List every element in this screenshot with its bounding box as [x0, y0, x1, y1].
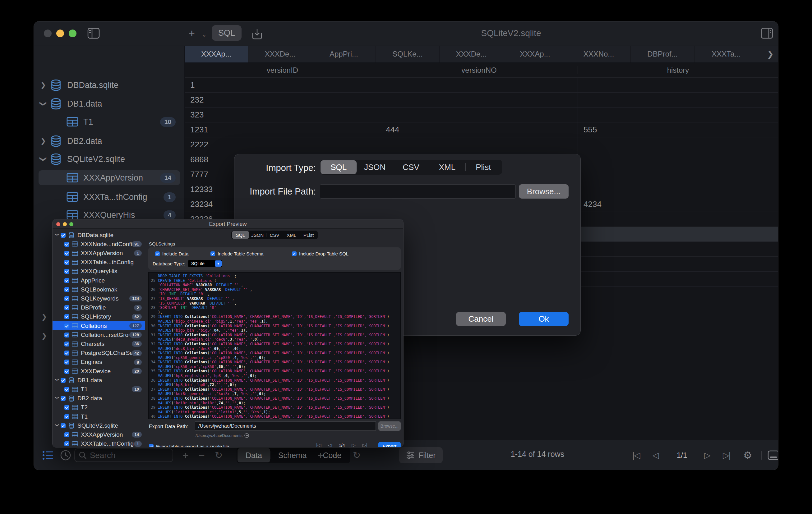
- table-cell[interactable]: 232: [185, 93, 380, 107]
- view-segment-data[interactable]: Data: [237, 448, 270, 462]
- chevron-down-icon[interactable]: ❯: [55, 424, 59, 428]
- sidebar-item-db1-data[interactable]: ❯DB1.data: [38, 96, 180, 111]
- table-cell[interactable]: [380, 93, 578, 107]
- table-cell[interactable]: [578, 152, 778, 167]
- table-cell[interactable]: [380, 108, 578, 122]
- export-tree-item-xxxdevice[interactable]: XXXDevice20: [53, 367, 145, 376]
- chevron-right-icon[interactable]: ❯: [38, 137, 48, 145]
- checkbox-checked[interactable]: [61, 423, 66, 428]
- sidebar-toggle-icon[interactable]: [87, 28, 100, 39]
- first-page-button[interactable]: |◁: [316, 442, 321, 448]
- export-tree-item-appprice[interactable]: AppPrice: [53, 276, 145, 285]
- export-format-tab-sql[interactable]: SQL: [232, 231, 249, 239]
- checkbox-checked[interactable]: [64, 351, 69, 356]
- export-browse-button[interactable]: Browse...: [378, 421, 401, 431]
- sidebar-item-xxxta-thconfig[interactable]: XXXTa...thConfig1: [38, 189, 180, 205]
- import-browse-button[interactable]: Browse...: [519, 184, 569, 199]
- chevron-down-icon[interactable]: ❯: [55, 378, 59, 383]
- export-data-path-input[interactable]: /Users/jwzhao/Documents: [195, 421, 376, 431]
- export-tree-item-sqlhistory[interactable]: SQLHistory62: [53, 312, 145, 321]
- column-header-history[interactable]: history: [578, 63, 778, 78]
- checkbox-checked[interactable]: [64, 387, 69, 392]
- sidebar-item-db2-data[interactable]: ❯DB2.data: [38, 133, 180, 149]
- checkbox-checked[interactable]: [64, 341, 69, 346]
- import-file-path-input[interactable]: [320, 184, 516, 199]
- import-type-plist[interactable]: Plist: [465, 160, 501, 174]
- sql-editor-button[interactable]: SQL: [212, 25, 241, 41]
- export-tree-item-sqlbookmak[interactable]: SQLBookmak: [53, 285, 145, 294]
- chevron-down-icon[interactable]: ❯: [55, 396, 59, 400]
- chevron-right-icon[interactable]: ❯: [38, 81, 48, 89]
- next-page-button[interactable]: ▷: [352, 442, 355, 448]
- close-button[interactable]: [44, 30, 52, 37]
- table-tab-7[interactable]: DBProf...: [631, 46, 695, 62]
- table-tab-6[interactable]: XXXNo...: [567, 46, 631, 62]
- option-include-table-schema[interactable]: Include Table Schema: [210, 251, 263, 256]
- column-header-versionNO[interactable]: versionNO: [380, 63, 578, 78]
- checkbox-checked[interactable]: [64, 305, 69, 310]
- table-cell[interactable]: [578, 227, 778, 241]
- export-button[interactable]: Export: [378, 442, 401, 448]
- checkbox-checked[interactable]: [64, 260, 69, 265]
- export-tree-item-xxxqueryhis[interactable]: XXXQueryHis: [53, 267, 145, 276]
- last-page-button[interactable]: ▷|: [723, 448, 730, 463]
- table-tab-0[interactable]: XXXAp...: [185, 46, 249, 62]
- export-tree-item-xxxappversion[interactable]: XXXAppVersion14: [53, 430, 145, 439]
- sidebar-item-sqlitev2-sqlite[interactable]: ❯SQLiteV2.sqlite: [38, 152, 180, 167]
- table-cell[interactable]: [578, 212, 778, 226]
- table-row[interactable]: 323: [185, 108, 778, 122]
- export-tree-item-db1-data[interactable]: ❯DB1.data: [53, 376, 145, 385]
- table-cell[interactable]: [578, 108, 778, 122]
- import-type-csv[interactable]: CSV: [393, 160, 429, 174]
- sidebar-item-t1[interactable]: T110: [38, 114, 180, 129]
- table-row[interactable]: 1231444555: [185, 122, 778, 138]
- import-icon[interactable]: [252, 28, 263, 40]
- export-format-tab-csv[interactable]: CSV: [266, 231, 283, 239]
- export-tree-item-db2-data[interactable]: ❯DB2.data: [53, 394, 145, 403]
- prev-page-button[interactable]: ◁: [652, 448, 659, 463]
- prev-page-button[interactable]: ◁: [328, 442, 332, 448]
- table-cell[interactable]: 2222: [185, 138, 380, 152]
- export-tree-item-collations[interactable]: Collations127: [53, 321, 145, 330]
- export-tree-item-collation-rsetgroup[interactable]: Collation...rsetGroup128: [53, 330, 145, 339]
- sidebar-item-xxxappversion[interactable]: XXXAppVersion14: [38, 170, 180, 185]
- export-tree-item-charsets[interactable]: Charsets36: [53, 339, 145, 349]
- checkbox-checked[interactable]: [64, 287, 69, 292]
- add-column-button[interactable]: +: [317, 448, 324, 463]
- checkbox-checked[interactable]: [64, 314, 69, 319]
- export-format-tab-xml[interactable]: XML: [283, 231, 300, 239]
- chevron-down-icon[interactable]: ❯: [39, 99, 47, 109]
- table-cell[interactable]: 555: [578, 122, 778, 137]
- table-tab-5[interactable]: XXXAp...: [503, 46, 567, 62]
- table-cell[interactable]: [578, 93, 778, 107]
- export-tree-item-dbdata-sqlite[interactable]: ❯DBData.sqlite: [53, 231, 145, 240]
- table-cell[interactable]: [578, 272, 778, 286]
- sidebar-item-dbdata-sqlite[interactable]: ❯DBData.sqlite: [38, 78, 180, 93]
- cancel-button[interactable]: Cancel: [456, 312, 506, 326]
- bottom-panel-toggle-icon[interactable]: [767, 448, 778, 463]
- chevron-right-icon[interactable]: ❯: [41, 332, 47, 340]
- table-cell[interactable]: 444: [380, 122, 578, 137]
- add-tab-button[interactable]: +: [189, 27, 195, 39]
- checkbox-checked[interactable]: [64, 414, 69, 419]
- option-include-data[interactable]: Include Data: [155, 251, 188, 256]
- settings-gear-icon[interactable]: ⚙: [743, 448, 752, 463]
- export-tree-item-xxxtable-thconfig[interactable]: XXXTable...thConfig1: [53, 440, 145, 447]
- refresh-button[interactable]: ↻: [215, 448, 223, 463]
- checkbox-checked[interactable]: [61, 378, 66, 383]
- table-cell[interactable]: 1231: [185, 122, 380, 137]
- export-format-tab-plist[interactable]: PList: [300, 231, 317, 239]
- export-tree-item-xxxappversion[interactable]: XXXAppVersion1: [53, 249, 145, 258]
- tabs-overflow-chevron-icon[interactable]: ❯: [762, 46, 778, 62]
- import-type-sql[interactable]: SQL: [320, 160, 356, 174]
- first-page-button[interactable]: |◁: [632, 448, 640, 463]
- checkbox-checked[interactable]: [64, 251, 69, 256]
- table-cell[interactable]: [578, 138, 778, 152]
- table-cell[interactable]: [380, 78, 578, 92]
- checkbox-checked[interactable]: [64, 333, 69, 337]
- checkbox-checked[interactable]: [64, 269, 69, 274]
- table-cell[interactable]: 4234: [578, 197, 778, 212]
- checkbox-checked[interactable]: [61, 396, 66, 401]
- checkbox-checked[interactable]: [64, 278, 69, 283]
- chevron-down-icon[interactable]: ❯: [55, 233, 59, 237]
